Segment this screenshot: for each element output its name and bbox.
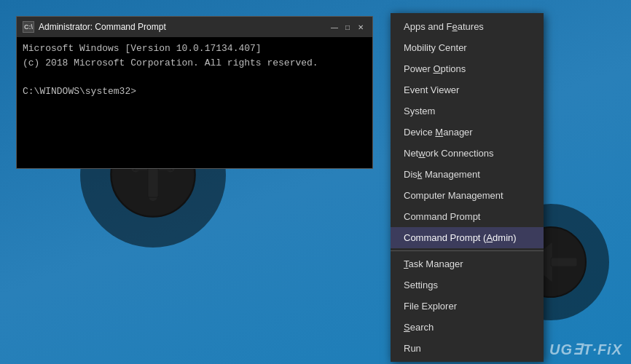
minimize-button[interactable]: —	[329, 21, 340, 33]
cmd-window-icon: C:\	[23, 21, 34, 33]
menu-item-run[interactable]: Run	[391, 338, 544, 359]
menu-item-computer-management[interactable]: Computer Management	[391, 185, 544, 206]
svg-rect-2	[148, 166, 158, 197]
menu-separator	[391, 250, 544, 251]
menu-item-event-viewer[interactable]: Event Viewer	[391, 79, 544, 100]
menu-item-file-explorer[interactable]: File Explorer	[391, 296, 544, 317]
cmd-titlebar: C:\ Administrator: Command Prompt — □ ✕	[17, 17, 372, 37]
menu-item-search[interactable]: Search	[391, 317, 544, 338]
menu-item-system[interactable]: System	[391, 100, 544, 122]
cmd-window: C:\ Administrator: Command Prompt — □ ✕ …	[16, 16, 373, 169]
cmd-controls[interactable]: — □ ✕	[329, 21, 367, 33]
menu-item-command-prompt-admin[interactable]: Command Prompt (Admin)	[391, 227, 544, 248]
menu-item-network-connections[interactable]: Network Connections	[391, 143, 544, 164]
terminal-line-3	[23, 70, 367, 84]
terminal-line-4: C:\WINDOWS\system32>	[23, 84, 367, 99]
menu-item-task-manager[interactable]: Task Manager	[391, 253, 544, 274]
svg-rect-5	[551, 258, 577, 266]
menu-item-device-manager[interactable]: Device Manager	[391, 122, 544, 143]
watermark: UG∃T·FiX	[549, 341, 622, 358]
terminal-body: Microsoft Windows [Version 10.0.17134.40…	[17, 37, 372, 103]
menu-item-apps-features[interactable]: Apps and Features	[391, 16, 544, 37]
terminal-line-1: Microsoft Windows [Version 10.0.17134.40…	[23, 41, 367, 56]
context-menu: Apps and Features Mobility Center Power …	[391, 13, 544, 362]
terminal-line-2: (c) 2018 Microsoft Corporation. All righ…	[23, 56, 367, 71]
close-button[interactable]: ✕	[355, 21, 367, 33]
maximize-button[interactable]: □	[342, 21, 353, 33]
menu-item-disk-management[interactable]: Disk Management	[391, 164, 544, 185]
menu-item-settings[interactable]: Settings	[391, 274, 544, 296]
cmd-title: Administrator: Command Prompt	[39, 22, 324, 32]
menu-item-power-options[interactable]: Power Options	[391, 58, 544, 79]
menu-item-command-prompt[interactable]: Command Prompt	[391, 206, 544, 227]
menu-item-mobility-center[interactable]: Mobility Center	[391, 37, 544, 58]
